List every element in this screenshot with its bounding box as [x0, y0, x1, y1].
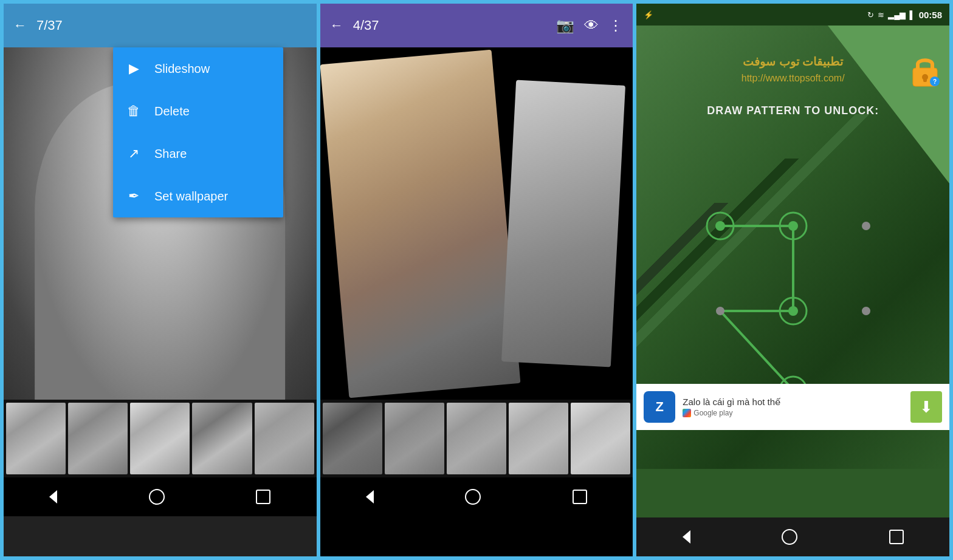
thumb-2-1[interactable] — [323, 403, 382, 474]
svg-line-8 — [720, 311, 793, 390]
thumb-2-img-2 — [385, 403, 444, 474]
svg-point-16 — [788, 306, 798, 316]
ad-subtitle: Google play — [683, 409, 903, 417]
share-label: Share — [154, 147, 187, 161]
thumb-2-3[interactable] — [447, 403, 506, 474]
photo-counter-1: 7/37 — [36, 18, 63, 33]
ad-store-name: Google play — [693, 409, 732, 417]
home-nav-button-3[interactable] — [782, 529, 797, 545]
wallpaper-label: Set wallpaper — [154, 190, 228, 203]
pattern-label: DRAW PATTERN TO UNLOCK: — [636, 104, 949, 117]
ad-text-block: Zalo là cái gì mà hot thế Google play — [683, 397, 903, 417]
phone3-background: تطبيقات توب سوفت http://www.ttopsoft.com… — [636, 26, 949, 469]
phone2-header: ← 4/37 📷 👁 ⋮ — [320, 4, 633, 47]
thumb-2-img-3 — [447, 403, 506, 474]
phone1-nav-bar — [4, 477, 317, 516]
thumb-2-4[interactable] — [509, 403, 568, 474]
back-button[interactable]: ← — [13, 18, 27, 33]
ad-download-button[interactable]: ⬇ — [910, 391, 942, 423]
recent-nav-button[interactable] — [256, 490, 270, 504]
ad-title: Zalo là cái gì mà hot thế — [683, 397, 903, 408]
thumb-2[interactable] — [68, 403, 128, 474]
svg-point-13 — [862, 222, 870, 230]
thumb-2-img-4 — [509, 403, 568, 474]
svg-rect-2 — [923, 77, 927, 82]
pattern-unlock[interactable] — [690, 135, 896, 402]
phone-screen-2: ← 4/37 📷 👁 ⋮ — [320, 4, 633, 556]
back-button-2[interactable]: ← — [330, 18, 343, 33]
thumb-2-img-1 — [323, 403, 382, 474]
signal-icon: ▂▄▆ — [888, 10, 906, 19]
thumb-img-3 — [130, 403, 190, 474]
more-icon[interactable]: ⋮ — [608, 17, 623, 34]
google-play-icon — [683, 409, 691, 417]
status-icons: ↻ ≋ ▂▄▆ ▌ 00:58 — [867, 10, 942, 20]
menu-item-share[interactable]: ↗ Share — [113, 132, 283, 175]
svg-point-17 — [862, 307, 870, 315]
delete-label: Delete — [154, 104, 190, 118]
menu-item-delete[interactable]: 🗑 Delete — [113, 90, 283, 132]
photo-counter-2: 4/37 — [353, 18, 379, 33]
phone-screen-1: ← 7/37 ▶ Slideshow 🗑 Delete ↗ Share ✒ Se… — [4, 4, 317, 556]
thumbnail-strip-1 — [4, 400, 317, 477]
home-nav-button[interactable] — [149, 489, 165, 505]
camera-icon[interactable]: 📷 — [556, 17, 574, 34]
slideshow-label: Slideshow — [154, 62, 210, 76]
menu-item-set-wallpaper[interactable]: ✒ Set wallpaper — [113, 175, 283, 217]
ad-logo: Z — [644, 391, 675, 423]
status-time: 00:58 — [919, 10, 942, 20]
website-url: http://www.ttopsoft.com/ — [636, 73, 949, 84]
phone2-main-photo — [320, 47, 633, 400]
battery-icon: ▌ — [909, 10, 915, 19]
recent-nav-button-2[interactable] — [573, 490, 587, 504]
arabic-title: تطبيقات توب سوفت — [636, 47, 949, 71]
usb-icon: ⚡ — [644, 10, 653, 19]
recent-nav-button-3[interactable] — [889, 530, 904, 544]
menu-item-slideshow[interactable]: ▶ Slideshow — [113, 47, 283, 90]
thumb-2-5[interactable] — [571, 403, 630, 474]
thumb-3[interactable] — [130, 403, 190, 474]
photo-main-image — [320, 49, 521, 398]
eye-icon[interactable]: 👁 — [584, 17, 599, 34]
share-icon: ↗ — [125, 146, 142, 162]
thumb-2-img-5 — [571, 403, 630, 474]
thumb-img-1 — [6, 403, 66, 474]
phone3-nav-bar — [636, 517, 949, 556]
sync-icon: ↻ — [867, 10, 874, 19]
slideshow-icon: ▶ — [125, 61, 142, 77]
thumbnail-strip-2 — [320, 400, 633, 477]
thumb-img-5 — [255, 403, 314, 474]
svg-point-14 — [716, 307, 724, 315]
dropdown-menu: ▶ Slideshow 🗑 Delete ↗ Share ✒ Set wallp… — [113, 47, 283, 217]
back-nav-button-2[interactable] — [366, 490, 374, 504]
ad-banner[interactable]: Z Zalo là cái gì mà hot thế Google play … — [636, 384, 949, 430]
photo-side-image — [501, 80, 625, 367]
back-nav-button[interactable] — [49, 490, 57, 504]
wallpaper-icon: ✒ — [125, 188, 142, 204]
status-bar: ⚡ ↻ ≋ ▂▄▆ ▌ 00:58 — [636, 4, 949, 26]
thumb-2-2[interactable] — [385, 403, 444, 474]
back-nav-button-3[interactable] — [683, 530, 690, 544]
thumb-5[interactable] — [255, 403, 314, 474]
ad-logo-letter: Z — [656, 399, 664, 415]
svg-point-10 — [715, 221, 725, 231]
home-nav-button-2[interactable] — [465, 489, 481, 505]
thumb-4[interactable] — [192, 403, 252, 474]
svg-text:?: ? — [933, 78, 937, 85]
thumb-img-2 — [68, 403, 128, 474]
phone1-header: ← 7/37 — [4, 4, 317, 47]
wifi-icon: ≋ — [878, 10, 884, 19]
lock-icon: ? — [910, 55, 940, 84]
svg-point-12 — [788, 221, 798, 231]
phone2-nav-bar — [320, 477, 633, 516]
phone-screen-3: ⚡ ↻ ≋ ▂▄▆ ▌ 00:58 تطبيقات توب سوفت http:… — [636, 4, 949, 556]
thumb-1[interactable] — [6, 403, 66, 474]
thumb-img-4 — [192, 403, 252, 474]
delete-icon: 🗑 — [125, 103, 142, 119]
